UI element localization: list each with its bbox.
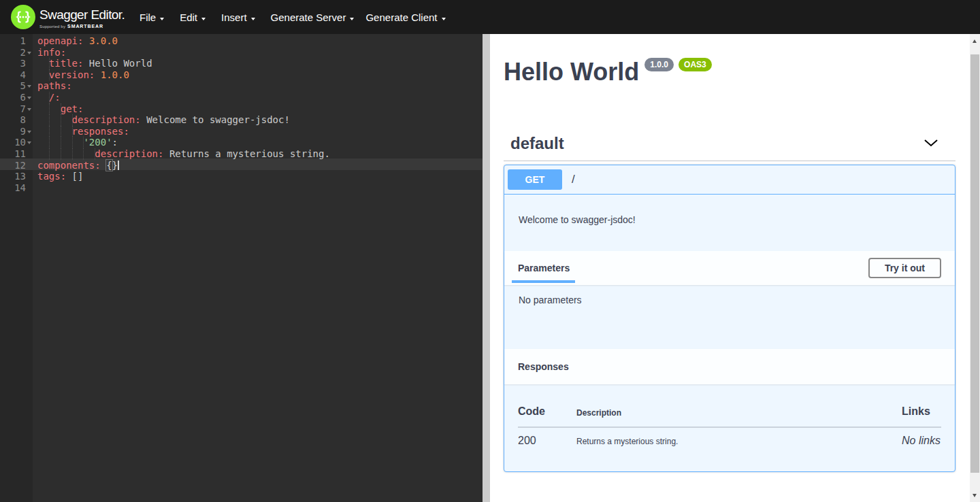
fold-arrow-icon[interactable] [27,141,31,144]
line-number: 8 [0,114,33,126]
line-number: 1 [0,35,33,47]
fold-arrow-icon[interactable] [27,52,31,54]
menu-insert[interactable]: Insert [221,12,255,23]
code-line[interactable]: get: [33,103,483,115]
brand: Swagger Editor. Supported bySMARTBEAR [39,7,125,29]
col-header-code: Code [518,405,576,418]
caret-down-icon [160,18,164,20]
code-line[interactable]: title: Hello World [33,58,483,69]
caret-down-icon [251,18,255,20]
line-number: 10 [0,137,33,148]
col-header-description: Description [576,405,902,418]
scrollbar-thumb[interactable] [970,54,979,473]
parameters-title: Parameters [518,263,570,273]
responses-table-head: Code Description Links [518,384,941,428]
menubar: FileEditInsertGenerate ServerGenerate Cl… [140,0,461,34]
chevron-down-icon[interactable] [924,137,938,150]
api-info: Hello World 1.0.0 OAS3 [504,34,956,87]
fold-arrow-icon[interactable] [27,85,31,88]
caret-down-icon [442,18,446,20]
line-number: 12 [0,160,33,171]
responses-header: Responses [504,349,955,384]
caret-down-icon [201,18,206,20]
tag-section-header[interactable]: default [504,133,956,161]
try-it-out-button[interactable]: Try it out [868,258,941,278]
pane-splitter[interactable] [483,34,490,502]
scrollbar-down-icon[interactable] [973,494,977,497]
fold-arrow-icon[interactable] [27,131,31,133]
response-row: 200 Returns a mysterious string. No link… [518,428,941,447]
line-number: 11 [0,148,33,160]
caret-down-icon [350,18,354,20]
fold-arrow-icon[interactable] [27,108,31,111]
brand-subtitle: Supported bySMARTBEAR [39,24,125,29]
line-number: 3 [0,58,33,69]
preview-pane: Hello World 1.0.0 OAS3 default GET / Wel… [490,34,970,502]
swagger-logo-icon [11,5,35,29]
no-parameters-message: No parameters [504,285,955,349]
responses-table: Code Description Links 200 Returns a mys… [504,384,955,471]
code-line[interactable]: version: 1.0.0 [33,69,483,81]
line-number: 7 [0,103,33,115]
responses-title: Responses [518,361,569,372]
col-header-links: Links [902,405,941,418]
parameters-header: Parameters Try it out [504,251,955,285]
code-line[interactable]: description: Welcome to swagger-jsdoc! [33,114,483,126]
menu-label: Edit [180,12,197,23]
menu-edit[interactable]: Edit [180,12,206,23]
line-number: 14 [0,182,33,194]
menu-generate-client[interactable]: Generate Client [365,12,445,23]
code-line[interactable]: /: [33,92,483,103]
brand-title: Swagger Editor. [39,7,125,22]
menu-label: Generate Client [365,12,437,23]
right-scrollbar[interactable] [970,34,980,502]
line-number: 2 [0,47,33,58]
code-line[interactable]: openapi: 3.0.0 [33,35,483,47]
menu-file[interactable]: File [140,12,164,23]
line-number: 13 [0,171,33,182]
code-line[interactable]: '200': [33,137,483,148]
line-number: 4 [0,69,33,81]
line-number: 9 [0,126,33,137]
menu-label: File [140,12,156,23]
api-title: Hello World [504,57,639,87]
menu-generate-server[interactable]: Generate Server [271,12,355,23]
code-editor[interactable]: 1234567891011121314 openapi: 3.0.0info: … [0,34,483,502]
tag-title: default [510,133,564,154]
code-line[interactable]: tags: [] [33,171,483,182]
menu-label: Generate Server [271,12,346,23]
fold-arrow-icon[interactable] [27,97,31,99]
response-code: 200 [518,428,576,447]
code-line[interactable]: description: Returns a mysterious string… [33,148,483,160]
topbar: Swagger Editor. Supported bySMARTBEAR Fi… [0,0,980,34]
line-number: 5 [0,80,33,92]
text-cursor [118,161,119,170]
code-line[interactable] [33,182,483,194]
operation-path: / [572,173,575,186]
operation-description: Welcome to swagger-jsdoc! [504,195,955,251]
line-number: 6 [0,92,33,103]
code-line[interactable]: components: {} [33,160,483,171]
code-line[interactable]: info: [33,47,483,58]
code-line[interactable]: responses: [33,126,483,137]
response-links: No links [902,428,941,447]
code-line[interactable]: paths: [33,80,483,92]
operation-summary[interactable]: GET / [504,165,955,195]
scrollbar-up-icon[interactable] [973,39,977,43]
method-badge: GET [508,169,562,190]
response-description: Returns a mysterious string. [576,428,902,447]
oas3-badge: OAS3 [679,58,712,71]
menu-label: Insert [221,12,247,23]
operation-block: GET / Welcome to swagger-jsdoc! Paramete… [504,165,956,472]
version-badge: 1.0.0 [644,58,674,71]
